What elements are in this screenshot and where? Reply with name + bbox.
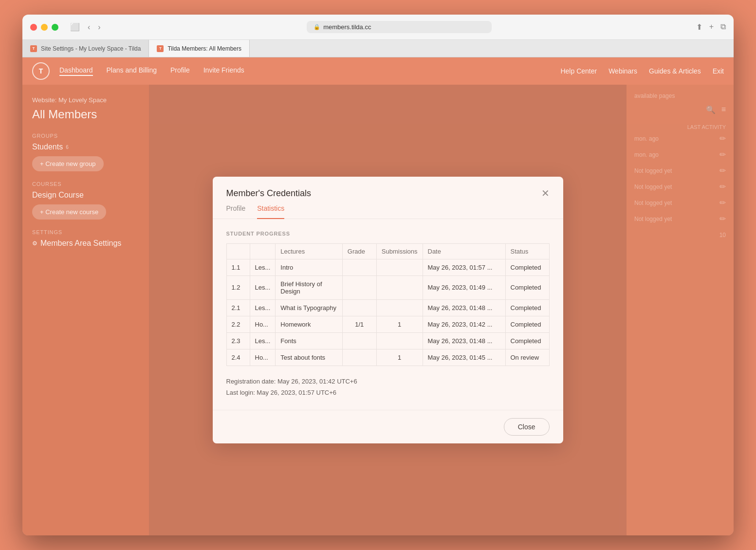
address-bar-container: 🔒 members.tilda.cc	[109, 21, 690, 33]
right-panel: available pages 🔍 ≡ LAST ACTIVITY mon. a…	[627, 85, 734, 535]
cell-type: Les...	[250, 259, 276, 275]
students-count-badge: 6	[66, 145, 69, 150]
share-icon[interactable]: ⬆	[696, 22, 702, 32]
tab-favicon-2: T	[157, 45, 164, 52]
maximize-window-btn[interactable]	[52, 24, 58, 31]
edit-icon-3[interactable]: ✏	[719, 166, 726, 175]
sidebar-toggle-btn[interactable]: ⬜	[68, 21, 82, 33]
tabs-icon[interactable]: ⧉	[720, 22, 726, 32]
app-area: T Dashboard Plans and Billing Profile In…	[22, 57, 734, 535]
cell-status: On review	[505, 349, 549, 366]
create-group-btn[interactable]: + Create new group	[32, 156, 104, 171]
cell-lecture: Intro	[276, 259, 343, 275]
cell-lecture: Test about fonts	[276, 349, 343, 366]
edit-icon-4[interactable]: ✏	[719, 182, 726, 191]
student-progress-label: STUDENT PROGRESS	[226, 231, 550, 237]
edit-icon-2[interactable]: ✏	[719, 150, 726, 159]
sidebar-courses-label: COURSES	[32, 181, 139, 187]
address-bar[interactable]: 🔒 members.tilda.cc	[307, 21, 492, 33]
tab-profile[interactable]: Profile	[226, 204, 246, 219]
tab-site-settings[interactable]: T Site Settings - My Lovely Space - Tild…	[22, 40, 149, 57]
main-panel: Member's Credentials ✕ Profile Statistic…	[149, 85, 627, 535]
cell-num: 2.2	[226, 316, 250, 332]
modal-header: Member's Credentials ✕	[213, 177, 563, 199]
cell-submissions: 1	[376, 316, 423, 332]
sidebar-settings-label: SETTINGS	[32, 229, 139, 235]
new-tab-icon[interactable]: +	[709, 22, 714, 32]
edit-icon-1[interactable]: ✏	[719, 134, 726, 143]
nav-help-center[interactable]: Help Center	[560, 67, 597, 75]
modal-title: Member's Credentials	[226, 188, 312, 199]
edit-icon-5[interactable]: ✏	[719, 198, 726, 207]
table-row: 2.1Les...What is TypographyMay 26, 2023,…	[226, 299, 549, 316]
tab-label-1: Site Settings - My Lovely Space - Tilda	[41, 45, 141, 52]
sidebar-item-students-label: Students	[32, 143, 63, 151]
app-content: Website: My Lovely Space All Members GRO…	[22, 85, 734, 535]
modal-tabs: Profile Statistics	[213, 199, 563, 219]
back-btn[interactable]: ‹	[86, 22, 92, 33]
cell-grade: 1/1	[342, 316, 376, 332]
create-course-btn[interactable]: + Create new course	[32, 204, 106, 220]
sidebar-website: Website: My Lovely Space	[32, 96, 139, 104]
member-activity-5: Not logged yet	[634, 200, 672, 206]
table-row: 2.4Ho...Test about fonts1May 26, 2023, 0…	[226, 349, 549, 366]
nav-webinars[interactable]: Webinars	[608, 67, 637, 75]
member-activity-6: Not logged yet	[634, 216, 672, 222]
cell-type: Ho...	[250, 316, 276, 332]
minimize-window-btn[interactable]	[41, 24, 48, 31]
progress-table: Lectures Grade Submissions Date Status 1…	[226, 243, 550, 366]
col-header-grade: Grade	[342, 243, 376, 259]
tab-statistics[interactable]: Statistics	[257, 204, 284, 219]
sidebar-course-label: Design Course	[32, 191, 84, 200]
sidebar-item-design-course[interactable]: Design Course	[32, 191, 139, 200]
tab-tilda-members[interactable]: T Tilda Members: All Members	[149, 40, 250, 57]
close-modal-btn[interactable]: Close	[504, 418, 550, 436]
modal-close-btn[interactable]: ✕	[541, 188, 550, 198]
cell-grade	[342, 275, 376, 299]
member-row-2: mon. ago ✏	[634, 150, 726, 159]
cell-type: Les...	[250, 332, 276, 349]
page-count: 10	[719, 232, 726, 238]
col-header-type	[250, 243, 276, 259]
member-row-3: Not logged yet ✏	[634, 166, 726, 175]
tab-bar: T Site Settings - My Lovely Space - Tild…	[22, 40, 734, 57]
cell-type: Ho...	[250, 349, 276, 366]
cell-num: 2.1	[226, 299, 250, 316]
traffic-lights	[30, 24, 58, 31]
table-row: 1.2Les...Brief History of DesignMay 26, …	[226, 275, 549, 299]
app-nav: T Dashboard Plans and Billing Profile In…	[22, 57, 734, 85]
cell-date: May 26, 2023, 01:45 ...	[423, 349, 505, 366]
cell-num: 2.3	[226, 332, 250, 349]
cell-submissions: 1	[376, 349, 423, 366]
table-row: 1.1Les...IntroMay 26, 2023, 01:57 ...Com…	[226, 259, 549, 275]
sidebar-item-members-settings[interactable]: ⚙ Members Area Settings	[32, 239, 139, 248]
nav-dashboard[interactable]: Dashboard	[59, 66, 93, 76]
sidebar-settings-label: Members Area Settings	[40, 239, 121, 248]
cell-submissions	[376, 299, 423, 316]
nav-invite-friends[interactable]: Invite Friends	[203, 66, 244, 76]
cell-num: 1.1	[226, 259, 250, 275]
search-icon[interactable]: 🔍	[706, 105, 716, 114]
cell-status: Completed	[505, 275, 549, 299]
cell-date: May 26, 2023, 01:57 ...	[423, 259, 505, 275]
sidebar-item-students[interactable]: Students 6	[32, 143, 139, 151]
forward-btn[interactable]: ›	[96, 22, 102, 33]
last-activity-header: LAST ACTIVITY	[634, 124, 726, 130]
close-window-btn[interactable]	[30, 24, 37, 31]
nav-profile[interactable]: Profile	[170, 66, 190, 76]
cell-date: May 26, 2023, 01:48 ...	[423, 299, 505, 316]
modal-members-credentials: Member's Credentials ✕ Profile Statistic…	[213, 177, 563, 444]
last-login: Last login: May 26, 2023, 01:57 UTC+6	[226, 387, 550, 398]
app-logo: T	[32, 62, 50, 80]
cell-date: May 26, 2023, 01:49 ...	[423, 275, 505, 299]
nav-plans-billing[interactable]: Plans and Billing	[107, 66, 157, 76]
member-row-4: Not logged yet ✏	[634, 182, 726, 191]
nav-guides-articles[interactable]: Guides & Articles	[649, 67, 701, 75]
cell-num: 1.2	[226, 275, 250, 299]
filter-icon[interactable]: ≡	[721, 105, 726, 114]
cell-status: Completed	[505, 316, 549, 332]
edit-icon-6[interactable]: ✏	[719, 214, 726, 223]
nav-exit[interactable]: Exit	[713, 67, 724, 75]
sidebar-title: All Members	[32, 108, 139, 121]
cell-submissions	[376, 259, 423, 275]
